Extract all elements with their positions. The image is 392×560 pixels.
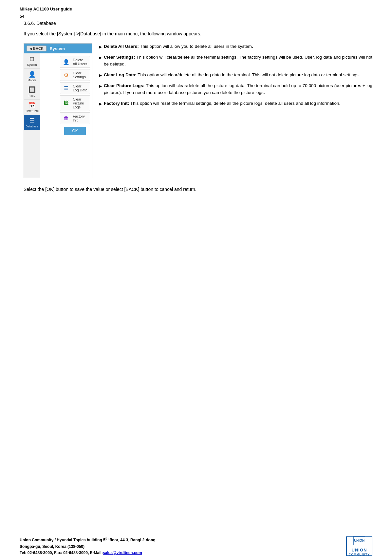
page-footer: Union Community / Hyundai Topics buildin… <box>0 532 392 560</box>
arrow-icon-4: ▶ <box>99 83 102 89</box>
sidebar: ⊟ System 👤 Mobile 🔲 Face 📅 Time/Date <box>24 53 40 178</box>
delete-users-icon: 👤 <box>62 58 70 66</box>
desc-block-factory: ▶ Factory Init: This option will reset t… <box>99 100 372 107</box>
sidebar-item-face[interactable]: 🔲 Face <box>24 84 40 100</box>
desc-text-clear-log: Clear Log Data: This option will clear/d… <box>104 72 372 79</box>
menu-list: 👤 Delete All Users ⚙ Clear Settings ☰ Cl… <box>58 53 92 178</box>
svg-text:UNION: UNION <box>354 539 364 542</box>
arrow-icon-1: ▶ <box>99 44 102 50</box>
back-arrow-icon: ◀ <box>29 47 32 50</box>
database-icon: ☰ <box>29 117 35 124</box>
ui-panel: ◀ BACK System ⊟ System 👤 Mobile <box>24 43 92 178</box>
desc-block-clear-settings: ▶ Clear Settings: This option will clear… <box>99 54 372 68</box>
sidebar-mobile-label: Mobile <box>28 79 36 82</box>
sidebar-system-label: System <box>27 63 37 66</box>
footer-line2: Songpa-gu, Seoul, Korea (138-050) <box>20 544 84 549</box>
panel-body: ⊟ System 👤 Mobile 🔲 Face 📅 Time/Date <box>24 53 92 178</box>
logo-community-text: COMMUNITY <box>349 553 370 556</box>
footer-note: Select the [OK] button to save the value… <box>24 186 372 193</box>
system-icon: ⊟ <box>29 55 34 63</box>
desc-text-clear-settings: Clear Settings: This option will clear/d… <box>104 54 372 68</box>
footer-contact: Union Community / Hyundai Topics buildin… <box>20 536 157 556</box>
mobile-icon: 👤 <box>28 71 36 78</box>
footer-line1: Union Community / Hyundai Topics buildin… <box>20 538 157 542</box>
factory-icon: 🗑 <box>62 114 70 122</box>
timedate-icon: 📅 <box>28 102 36 109</box>
clear-log-label: Clear Log Data <box>73 84 88 92</box>
panel-header: ◀ BACK System <box>24 44 92 53</box>
desc-block-clear-log: ▶ Clear Log Data: This option will clear… <box>99 72 372 79</box>
section-title: 3.6.6. Database <box>24 21 372 26</box>
desc-text-factory: Factory Init: This option will reset the… <box>104 100 372 107</box>
clear-settings-icon: ⚙ <box>62 71 70 79</box>
footer-line3: Tel: 02-6488-3000, Fax: 02-6488-3099, E-… <box>20 551 142 555</box>
ok-button[interactable]: OK <box>64 127 85 135</box>
back-button[interactable]: ◀ BACK <box>27 46 47 51</box>
arrow-icon-5: ▶ <box>99 101 102 107</box>
description-area: ▶ Delete All Users: This option will all… <box>99 43 372 178</box>
sidebar-item-mobile[interactable]: 👤 Mobile <box>24 69 40 84</box>
arrow-icon-2: ▶ <box>99 55 102 61</box>
desc-block-delete-users: ▶ Delete All Users: This option will all… <box>99 43 372 50</box>
footer-logo: UNION UNION COMMUNITY <box>346 536 372 556</box>
factory-label: Factory Init <box>73 114 88 122</box>
intro-text: If you select the [System]->[Database] i… <box>24 30 372 37</box>
menu-item-clear-log[interactable]: ☰ Clear Log Data <box>60 82 90 94</box>
sidebar-item-system[interactable]: ⊟ System <box>24 53 40 69</box>
clear-pictures-label: Clear Picture Logs <box>73 97 88 109</box>
clear-pictures-icon: 🖼 <box>62 99 70 107</box>
logo-icon: UNION <box>353 536 365 547</box>
clear-settings-label: Clear Settings <box>73 71 88 79</box>
desc-text-clear-pictures: Clear Picture Logs: This option will cle… <box>104 83 372 96</box>
clear-log-icon: ☰ <box>62 84 70 92</box>
sidebar-item-timedate[interactable]: 📅 Time/Date <box>24 100 40 115</box>
delete-users-label: Delete All Users <box>73 58 88 66</box>
doc-title: MiKey AC1100 User guide <box>20 7 72 11</box>
sidebar-database-label: Database <box>26 125 38 128</box>
sidebar-item-database[interactable]: ☰ Database <box>24 115 40 130</box>
menu-item-delete-users[interactable]: 👤 Delete All Users <box>60 56 90 68</box>
sidebar-face-label: Face <box>29 94 35 97</box>
arrow-icon-3: ▶ <box>99 72 102 79</box>
footer-email[interactable]: sales@virditech.com <box>103 551 142 555</box>
menu-item-clear-pictures[interactable]: 🖼 Clear Picture Logs <box>60 95 90 111</box>
page-number: 54 <box>20 14 372 19</box>
logo-union-text: UNION <box>352 548 367 553</box>
desc-text-delete-users: Delete All Users: This option will allow… <box>104 43 372 50</box>
desc-block-clear-pictures: ▶ Clear Picture Logs: This option will c… <box>99 83 372 96</box>
sidebar-timedate-label: Time/Date <box>25 109 39 113</box>
menu-item-clear-settings[interactable]: ⚙ Clear Settings <box>60 69 90 81</box>
menu-item-factory[interactable]: 🗑 Factory Init <box>60 112 90 124</box>
face-icon: 🔲 <box>28 86 36 93</box>
